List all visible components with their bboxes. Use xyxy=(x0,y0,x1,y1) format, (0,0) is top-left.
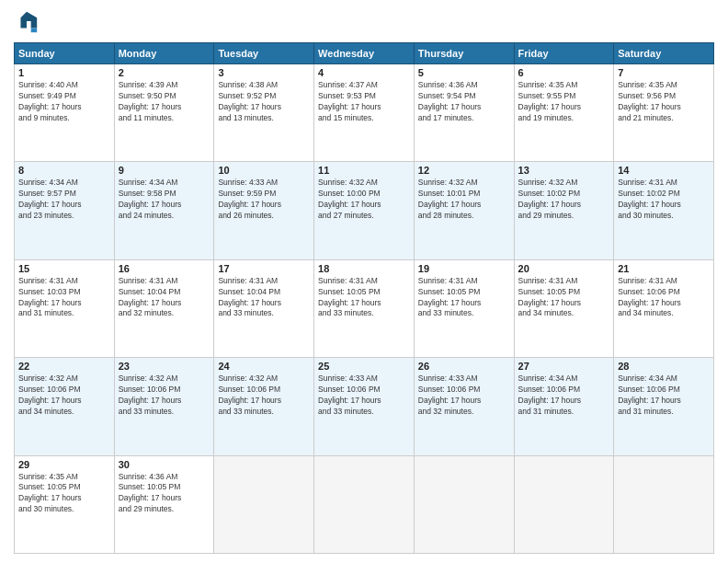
day-number: 9 xyxy=(119,165,210,176)
day-info: Sunrise: 4:36 AM Sunset: 10:05 PM Daylig… xyxy=(119,472,210,516)
day-number: 25 xyxy=(318,361,410,372)
day-info: Sunrise: 4:31 AM Sunset: 10:04 PM Daylig… xyxy=(119,276,210,320)
calendar-cell: 10Sunrise: 4:33 AM Sunset: 9:59 PM Dayli… xyxy=(214,162,314,259)
calendar-header-cell: Tuesday xyxy=(214,43,314,64)
day-number: 14 xyxy=(618,165,710,176)
calendar-cell: 27Sunrise: 4:34 AM Sunset: 10:06 PM Dayl… xyxy=(514,358,614,455)
day-info: Sunrise: 4:32 AM Sunset: 10:02 PM Daylig… xyxy=(518,178,610,222)
calendar-cell: 1Sunrise: 4:40 AM Sunset: 9:49 PM Daylig… xyxy=(15,64,115,162)
calendar-cell: 30Sunrise: 4:36 AM Sunset: 10:05 PM Dayl… xyxy=(114,455,214,553)
calendar-cell: 3Sunrise: 4:38 AM Sunset: 9:52 PM Daylig… xyxy=(214,64,314,162)
day-info: Sunrise: 4:39 AM Sunset: 9:50 PM Dayligh… xyxy=(119,80,210,124)
day-number: 30 xyxy=(119,459,210,470)
calendar-cell: 15Sunrise: 4:31 AM Sunset: 10:03 PM Dayl… xyxy=(15,259,115,357)
day-info: Sunrise: 4:33 AM Sunset: 10:06 PM Daylig… xyxy=(418,373,510,418)
calendar-cell: 14Sunrise: 4:31 AM Sunset: 10:02 PM Dayl… xyxy=(614,162,714,259)
day-number: 18 xyxy=(318,263,410,274)
day-info: Sunrise: 4:35 AM Sunset: 10:05 PM Daylig… xyxy=(18,472,110,516)
day-info: Sunrise: 4:32 AM Sunset: 10:06 PM Daylig… xyxy=(18,373,110,418)
day-info: Sunrise: 4:34 AM Sunset: 10:06 PM Daylig… xyxy=(618,373,710,418)
calendar-cell xyxy=(514,455,614,553)
calendar-cell: 4Sunrise: 4:37 AM Sunset: 9:53 PM Daylig… xyxy=(314,64,415,162)
day-number: 8 xyxy=(18,165,110,176)
day-number: 29 xyxy=(18,459,110,470)
calendar-cell: 22Sunrise: 4:32 AM Sunset: 10:06 PM Dayl… xyxy=(15,358,115,455)
calendar-cell: 6Sunrise: 4:35 AM Sunset: 9:55 PM Daylig… xyxy=(514,64,614,162)
calendar-cell: 7Sunrise: 4:35 AM Sunset: 9:56 PM Daylig… xyxy=(614,64,714,162)
calendar-cell: 8Sunrise: 4:34 AM Sunset: 9:57 PM Daylig… xyxy=(15,162,115,259)
calendar-body: 1Sunrise: 4:40 AM Sunset: 9:49 PM Daylig… xyxy=(15,64,714,554)
day-info: Sunrise: 4:31 AM Sunset: 10:04 PM Daylig… xyxy=(218,276,310,320)
day-number: 2 xyxy=(119,67,210,78)
logo-icon xyxy=(14,9,40,35)
calendar-cell xyxy=(214,455,314,553)
calendar-header-cell: Sunday xyxy=(15,43,115,64)
calendar-cell: 24Sunrise: 4:32 AM Sunset: 10:06 PM Dayl… xyxy=(214,358,314,455)
day-number: 19 xyxy=(418,263,510,274)
day-info: Sunrise: 4:33 AM Sunset: 9:59 PM Dayligh… xyxy=(218,178,310,222)
calendar-week-row: 15Sunrise: 4:31 AM Sunset: 10:03 PM Dayl… xyxy=(15,259,714,357)
day-info: Sunrise: 4:34 AM Sunset: 9:57 PM Dayligh… xyxy=(18,178,110,222)
day-number: 6 xyxy=(518,67,610,78)
header xyxy=(14,9,714,35)
day-number: 27 xyxy=(518,361,610,372)
day-info: Sunrise: 4:32 AM Sunset: 10:01 PM Daylig… xyxy=(418,178,510,222)
calendar-cell xyxy=(414,455,514,553)
calendar-cell: 12Sunrise: 4:32 AM Sunset: 10:01 PM Dayl… xyxy=(414,162,514,259)
calendar-week-row: 1Sunrise: 4:40 AM Sunset: 9:49 PM Daylig… xyxy=(15,64,714,162)
day-info: Sunrise: 4:31 AM Sunset: 10:05 PM Daylig… xyxy=(318,276,410,320)
day-number: 17 xyxy=(218,263,310,274)
day-number: 7 xyxy=(618,67,710,78)
calendar-cell: 13Sunrise: 4:32 AM Sunset: 10:02 PM Dayl… xyxy=(514,162,614,259)
day-info: Sunrise: 4:33 AM Sunset: 10:06 PM Daylig… xyxy=(318,373,410,418)
day-info: Sunrise: 4:34 AM Sunset: 10:06 PM Daylig… xyxy=(518,373,610,418)
calendar-header-cell: Monday xyxy=(114,43,214,64)
calendar-cell: 18Sunrise: 4:31 AM Sunset: 10:05 PM Dayl… xyxy=(314,259,415,357)
calendar-cell: 26Sunrise: 4:33 AM Sunset: 10:06 PM Dayl… xyxy=(414,358,514,455)
day-number: 3 xyxy=(218,67,310,78)
day-number: 21 xyxy=(618,263,710,274)
day-number: 16 xyxy=(119,263,210,274)
day-number: 26 xyxy=(418,361,510,372)
calendar-header-cell: Thursday xyxy=(414,43,514,64)
calendar-cell: 21Sunrise: 4:31 AM Sunset: 10:06 PM Dayl… xyxy=(614,259,714,357)
day-number: 4 xyxy=(318,67,410,78)
calendar-cell xyxy=(314,455,415,553)
day-number: 24 xyxy=(218,361,310,372)
svg-marker-0 xyxy=(20,12,37,29)
calendar-header-cell: Saturday xyxy=(614,43,714,64)
day-info: Sunrise: 4:38 AM Sunset: 9:52 PM Dayligh… xyxy=(218,80,310,124)
day-info: Sunrise: 4:31 AM Sunset: 10:02 PM Daylig… xyxy=(618,178,710,222)
day-number: 22 xyxy=(18,361,110,372)
calendar-cell: 28Sunrise: 4:34 AM Sunset: 10:06 PM Dayl… xyxy=(614,358,714,455)
calendar-header-cell: Wednesday xyxy=(314,43,415,64)
calendar-table: SundayMondayTuesdayWednesdayThursdayFrid… xyxy=(14,42,714,554)
calendar-week-row: 22Sunrise: 4:32 AM Sunset: 10:06 PM Dayl… xyxy=(15,358,714,455)
day-number: 20 xyxy=(518,263,610,274)
day-info: Sunrise: 4:37 AM Sunset: 9:53 PM Dayligh… xyxy=(318,80,410,124)
calendar-cell: 9Sunrise: 4:34 AM Sunset: 9:58 PM Daylig… xyxy=(114,162,214,259)
calendar-cell: 16Sunrise: 4:31 AM Sunset: 10:04 PM Dayl… xyxy=(114,259,214,357)
calendar-week-row: 29Sunrise: 4:35 AM Sunset: 10:05 PM Dayl… xyxy=(15,455,714,553)
day-info: Sunrise: 4:31 AM Sunset: 10:06 PM Daylig… xyxy=(618,276,710,320)
calendar-cell: 5Sunrise: 4:36 AM Sunset: 9:54 PM Daylig… xyxy=(414,64,514,162)
day-number: 23 xyxy=(119,361,210,372)
calendar-cell: 11Sunrise: 4:32 AM Sunset: 10:00 PM Dayl… xyxy=(314,162,415,259)
calendar-cell xyxy=(614,455,714,553)
day-number: 5 xyxy=(418,67,510,78)
day-info: Sunrise: 4:40 AM Sunset: 9:49 PM Dayligh… xyxy=(18,80,110,124)
calendar-cell: 25Sunrise: 4:33 AM Sunset: 10:06 PM Dayl… xyxy=(314,358,415,455)
day-info: Sunrise: 4:34 AM Sunset: 9:58 PM Dayligh… xyxy=(119,178,210,222)
calendar-cell: 23Sunrise: 4:32 AM Sunset: 10:06 PM Dayl… xyxy=(114,358,214,455)
day-info: Sunrise: 4:31 AM Sunset: 10:03 PM Daylig… xyxy=(18,276,110,320)
day-info: Sunrise: 4:32 AM Sunset: 10:06 PM Daylig… xyxy=(218,373,310,418)
day-number: 13 xyxy=(518,165,610,176)
calendar-cell: 17Sunrise: 4:31 AM Sunset: 10:04 PM Dayl… xyxy=(214,259,314,357)
calendar-header-row: SundayMondayTuesdayWednesdayThursdayFrid… xyxy=(15,43,714,64)
day-info: Sunrise: 4:31 AM Sunset: 10:05 PM Daylig… xyxy=(518,276,610,320)
calendar-cell: 20Sunrise: 4:31 AM Sunset: 10:05 PM Dayl… xyxy=(514,259,614,357)
day-number: 12 xyxy=(418,165,510,176)
day-info: Sunrise: 4:36 AM Sunset: 9:54 PM Dayligh… xyxy=(418,80,510,124)
day-number: 10 xyxy=(218,165,310,176)
day-number: 11 xyxy=(318,165,410,176)
